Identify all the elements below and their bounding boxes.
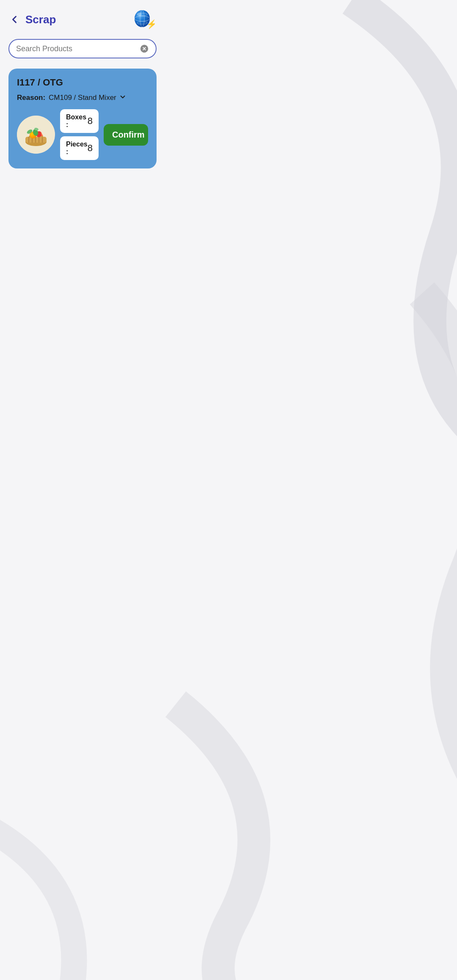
search-bar [8,39,157,58]
search-clear-button[interactable] [140,44,149,53]
product-image [17,116,55,154]
boxes-value: 8 [88,116,93,127]
search-container [0,36,165,65]
reason-dropdown[interactable]: CM109 / Stand Mixer [49,93,148,102]
page-title: Scrap [25,13,131,26]
dropdown-arrow-icon [119,93,127,102]
reason-value: CM109 / Stand Mixer [49,94,116,102]
boxes-label: Boxes : [66,113,88,129]
reason-row: Reason: CM109 / Stand Mixer [17,93,148,102]
back-button[interactable] [7,12,22,27]
app-logo: ⚡ [131,7,157,32]
bottom-area [0,172,165,384]
pieces-value: 8 [88,143,93,154]
search-input[interactable] [16,44,136,53]
svg-point-6 [138,13,142,16]
product-card: I117 / OTG Reason: CM109 / Stand Mixer [8,69,157,168]
pieces-label: Pieces : [66,141,88,156]
pieces-field[interactable]: Pieces : 8 [60,136,99,160]
page-content: Scrap ⚡ [0,0,165,384]
product-id: I117 / OTG [17,77,148,88]
product-detail: Boxes : 8 Pieces : 8 Confirm [17,109,148,160]
quantity-fields: Boxes : 8 Pieces : 8 [60,109,99,160]
reason-label: Reason: [17,94,45,102]
header: Scrap ⚡ [0,0,165,36]
svg-text:⚡: ⚡ [146,19,155,29]
boxes-field[interactable]: Boxes : 8 [60,109,99,133]
confirm-button[interactable]: Confirm [104,124,148,146]
